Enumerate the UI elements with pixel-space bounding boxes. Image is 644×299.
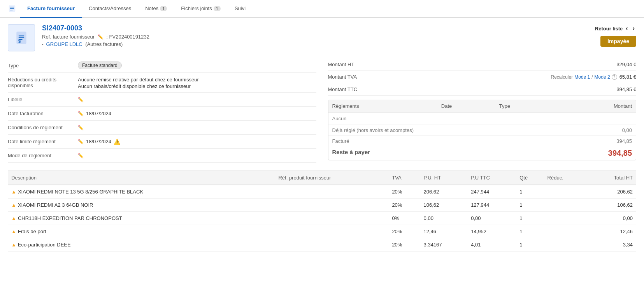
header-section: $ SI2407-0003 Ref. facture fournisseur ✏…: [8, 24, 636, 51]
cell-tva: 20%: [389, 199, 420, 212]
type-label: Type: [8, 63, 78, 69]
ref-edit-icon[interactable]: ✏️: [98, 34, 104, 40]
facture-label: Facturé: [332, 138, 349, 144]
cell-total-ht: 106,62: [587, 199, 636, 212]
app-icon: [4, 0, 20, 17]
form-row-libelle: Libellé ✏️: [8, 93, 316, 107]
table-row[interactable]: ▲XIAOMI REDMI A2 3 64GB NOIR 20% 106,62 …: [8, 199, 636, 212]
products-header-row: Description Réf. produit fournisseur TVA…: [8, 171, 636, 185]
cell-ref: [275, 238, 389, 252]
mode1-link[interactable]: Mode 1: [574, 74, 590, 80]
cell-tva: 20%: [389, 238, 420, 252]
cell-total-ht: 3,34: [587, 238, 636, 252]
cell-qte: 1: [516, 238, 544, 252]
montant-ttc-value: 394,85 €: [616, 86, 636, 92]
nav-prev-arrow[interactable]: ‹: [624, 24, 629, 33]
table-row[interactable]: ▲CHR118H EXPEDITION PAR CHRONOPOST 0% 0,…: [8, 212, 636, 225]
montant-ht-label: Montant HT: [328, 62, 354, 67]
cell-pu-ht: 106,62: [421, 199, 468, 212]
col-pu-ttc: P.U TTC: [468, 171, 516, 185]
montant-ttc-label: Montant TTC: [328, 86, 358, 92]
deja-regle-value: 0,00: [622, 127, 632, 133]
status-badge: Impayée: [600, 36, 636, 47]
conditions-value: ✏️: [78, 125, 316, 130]
col-reduc: Réduc.: [544, 171, 588, 185]
tab-facture-fournisseur[interactable]: Facture fournisseur: [20, 0, 82, 18]
ref-line: Ref. facture fournisseur ✏️ : FV20240019…: [42, 34, 595, 40]
cell-reduc: [544, 225, 588, 238]
form-row-conditions: Conditions de règlement ✏️: [8, 121, 316, 135]
date-limite-label: Date limite règlement: [8, 139, 78, 144]
form-row-date-limite: Date limite règlement ✏️ 18/07/2024 ⚠️: [8, 135, 316, 149]
cell-reduc: [544, 185, 588, 199]
nav-next-arrow[interactable]: ›: [631, 24, 636, 33]
payment-empty-cell: Aucun: [328, 113, 636, 125]
doc-title: SI2407-0003: [42, 24, 595, 32]
conditions-label: Conditions de règlement: [8, 125, 78, 130]
libelle-value: ✏️: [78, 97, 316, 102]
cell-description: ▲XIAOMI REDMI A2 3 64GB NOIR: [8, 199, 275, 212]
libelle-edit-icon[interactable]: ✏️: [78, 97, 84, 102]
cell-tva: 20%: [389, 225, 420, 238]
recalc-line: Recalculer Mode 1 / Mode 2 ?: [551, 74, 617, 80]
date-facturation-label: Date facturation: [8, 111, 78, 116]
table-row[interactable]: ▲Frais de port 20% 12,46 14,952 1 12,46: [8, 225, 636, 238]
reste-payer-label: Reste à payer: [332, 149, 370, 158]
payment-table-wrapper: Règlements Date Type Montant Aucun Déjà …: [328, 100, 637, 160]
cell-pu-ttc: 247,944: [468, 185, 516, 199]
montant-ht-value: 329,04 €: [616, 62, 636, 67]
amount-row-ttc: Montant TTC 394,85 €: [328, 83, 637, 96]
cell-pu-ht: 0,00: [421, 212, 468, 225]
date-limite-edit-icon[interactable]: ✏️: [78, 139, 84, 144]
cell-description: ▲Eco-participation DEEE: [8, 238, 275, 252]
cell-qte: 1: [516, 199, 544, 212]
supplier-link[interactable]: GROUPE LDLC: [46, 41, 82, 47]
cell-qte: 1: [516, 212, 544, 225]
cell-pu-ttc: 4,01: [468, 238, 516, 252]
svg-text:$: $: [18, 39, 21, 44]
cell-pu-ht: 12,46: [421, 225, 468, 238]
date-facturation-edit-icon[interactable]: ✏️: [78, 111, 84, 116]
table-row[interactable]: ▲XIAOMI REDMI NOTE 13 5G 8/256 GRAPHITE …: [8, 185, 636, 199]
conditions-edit-icon[interactable]: ✏️: [78, 125, 84, 130]
tab-fichiers-joints[interactable]: Fichiers joints1: [174, 0, 228, 18]
supplier-prefix-icon: ▪: [42, 42, 44, 47]
cell-ref: [275, 212, 389, 225]
help-icon[interactable]: ?: [612, 74, 617, 80]
cell-reduc: [544, 238, 588, 252]
tab-notes[interactable]: Notes1: [138, 0, 174, 18]
cell-qte: 1: [516, 225, 544, 238]
col-reglements: Règlements: [328, 100, 437, 113]
mode2-link[interactable]: Mode 2: [595, 74, 610, 80]
col-pu-ht: P.U. HT: [421, 171, 468, 185]
fichiers-badge: 1: [214, 6, 221, 11]
reductions-value: Aucune remise relative par défaut chez c…: [78, 77, 316, 89]
facture-row: Facturé 394,85: [328, 135, 636, 146]
cell-total-ht: 12,46: [587, 225, 636, 238]
cell-ref: [275, 185, 389, 199]
cell-reduc: [544, 212, 588, 225]
products-table: Description Réf. produit fournisseur TVA…: [8, 171, 636, 252]
table-row[interactable]: ▲Eco-participation DEEE 20% 3,34167 4,01…: [8, 238, 636, 252]
form-row-mode-reglement: Mode de règlement ✏️: [8, 149, 316, 163]
cell-pu-ttc: 14,952: [468, 225, 516, 238]
mode-reglement-label: Mode de règlement: [8, 153, 78, 158]
cell-reduc: [544, 199, 588, 212]
col-total-ht: Total HT: [587, 171, 636, 185]
reste-payer-value: 394,85: [608, 149, 632, 158]
form-row-date-facturation: Date facturation ✏️ 18/07/2024: [8, 107, 316, 121]
document-icon: $: [8, 24, 35, 51]
tab-contacts-adresses[interactable]: Contacts/Adresses: [82, 0, 138, 18]
mode-reglement-value: ✏️: [78, 153, 316, 158]
cell-pu-ht: 3,34167: [421, 238, 468, 252]
type-pill: Facture standard: [78, 62, 122, 69]
col-montant: Montant: [554, 100, 636, 113]
tab-suivi[interactable]: Suivi: [228, 0, 253, 18]
facture-value: 394,85: [616, 138, 632, 144]
main-content: $ SI2407-0003 Ref. facture fournisseur ✏…: [0, 18, 644, 258]
date-limite-value: ✏️ 18/07/2024 ⚠️: [78, 139, 316, 145]
supplier-other[interactable]: (Autres factures): [85, 41, 123, 47]
payment-empty-row: Aucun: [328, 113, 636, 125]
mode-reglement-edit-icon[interactable]: ✏️: [78, 153, 84, 158]
cell-description: ▲Frais de port: [8, 225, 275, 238]
